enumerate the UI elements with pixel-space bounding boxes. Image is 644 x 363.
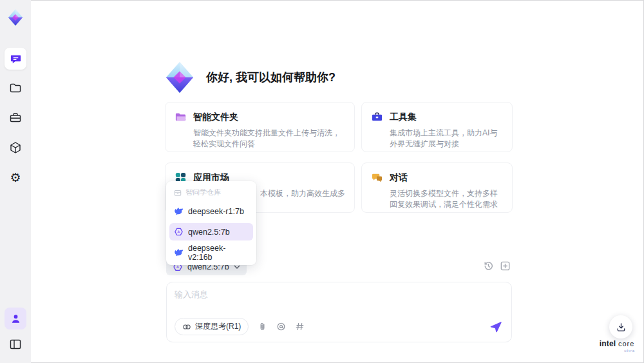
- panel-icon: [9, 338, 22, 351]
- model-option-label: qwen2.5:7b: [188, 228, 230, 237]
- deepseek-icon: [174, 206, 184, 216]
- intel-wordmark: intel: [600, 339, 616, 348]
- chat-mini-toolbar: [483, 260, 511, 271]
- model-option-deepseek-r1[interactable]: deepseek-r1:7b: [169, 202, 253, 220]
- smart-folder-icon: [175, 111, 187, 123]
- model-option-label: deepseek-r1:7b: [188, 207, 244, 216]
- briefcase-icon: [9, 112, 22, 124]
- core-wordmark: core: [618, 340, 634, 348]
- card-title: 工具集: [390, 112, 417, 123]
- card-smart-folder[interactable]: 智能文件夹 智能文件夹功能支持批量文件上传与清洗，轻松实现文件问答: [165, 102, 355, 152]
- user-icon: [10, 313, 22, 325]
- card-conversation[interactable]: 对话 灵活切换多模型文件，支持多样回复效果调试，满足个性化需求: [361, 162, 513, 213]
- history-icon[interactable]: [483, 260, 494, 271]
- model-option-label: deepseek-v2:16b: [188, 244, 249, 262]
- model-dropdown: 智问学仓库 deepseek-r1:7b qwen2.5:7b deepseek…: [166, 181, 256, 265]
- attach-icon[interactable]: [258, 322, 267, 331]
- gear-icon: ⚙: [10, 172, 21, 184]
- conversation-icon: [371, 172, 383, 184]
- message-input[interactable]: [175, 289, 504, 315]
- folder-icon: [9, 82, 22, 95]
- composer-toolbar: 深度思考(R1): [175, 318, 502, 335]
- model-option-qwen[interactable]: qwen2.5:7b: [169, 223, 253, 240]
- card-desc: 灵活切换多模型文件，支持多样回复效果调试，满足个性化需求: [390, 188, 503, 211]
- download-icon: [616, 322, 627, 333]
- chat-icon: [10, 53, 22, 65]
- model-dropdown-header-label: 智问学仓库: [185, 188, 221, 197]
- hero-logo-icon: [165, 61, 194, 94]
- deep-think-icon: [182, 322, 191, 331]
- toolset-icon: [371, 111, 383, 123]
- sidebar-item-chat[interactable]: [5, 48, 26, 70]
- at-icon[interactable]: [276, 322, 286, 331]
- new-chat-icon[interactable]: [500, 260, 511, 271]
- intel-sub-label: ultra: [594, 349, 640, 353]
- sidebar-item-apps[interactable]: [5, 137, 26, 159]
- model-option-deepseek-v2[interactable]: deepseek-v2:16b: [169, 244, 253, 261]
- card-desc: 智能文件夹功能支持批量文件上传与清洗，轻松实现文件问答: [193, 128, 345, 150]
- sidebar-item-user[interactable]: [5, 308, 26, 329]
- cube-icon: [9, 141, 22, 154]
- deep-think-toggle[interactable]: 深度思考(R1): [175, 318, 249, 335]
- intel-core-logo: intel core ultra: [594, 339, 640, 353]
- hash-icon[interactable]: [295, 322, 305, 331]
- app-logo-icon: [6, 8, 25, 27]
- sidebar-item-tools[interactable]: [5, 107, 26, 129]
- hero: 你好, 我可以如何帮助你?: [165, 61, 336, 94]
- qwen-icon: [174, 227, 184, 237]
- message-composer: 深度思考(R1): [166, 282, 512, 342]
- deepseek-icon: [174, 248, 184, 257]
- deep-think-label: 深度思考(R1): [195, 321, 241, 332]
- send-icon[interactable]: [489, 320, 502, 333]
- sidebar-item-settings[interactable]: ⚙: [5, 166, 26, 188]
- card-title: 对话: [390, 172, 408, 184]
- sidebar-item-folders[interactable]: [5, 77, 26, 99]
- chevron-down-icon: [234, 265, 240, 269]
- card-toolset[interactable]: 工具集 集成市场上主流工具，助力AI与外界无缝扩展与对接: [361, 102, 513, 152]
- card-desc: 集成市场上主流工具，助力AI与外界无缝扩展与对接: [390, 128, 503, 150]
- sidebar: ⚙: [0, 0, 31, 363]
- download-button[interactable]: [609, 315, 632, 338]
- card-title: 智能文件夹: [193, 112, 238, 123]
- sidebar-item-panel-toggle[interactable]: [5, 333, 26, 355]
- model-dropdown-header: 智问学仓库: [169, 185, 253, 202]
- repo-icon: [174, 189, 182, 197]
- greeting-title: 你好, 我可以如何帮助你?: [206, 70, 336, 85]
